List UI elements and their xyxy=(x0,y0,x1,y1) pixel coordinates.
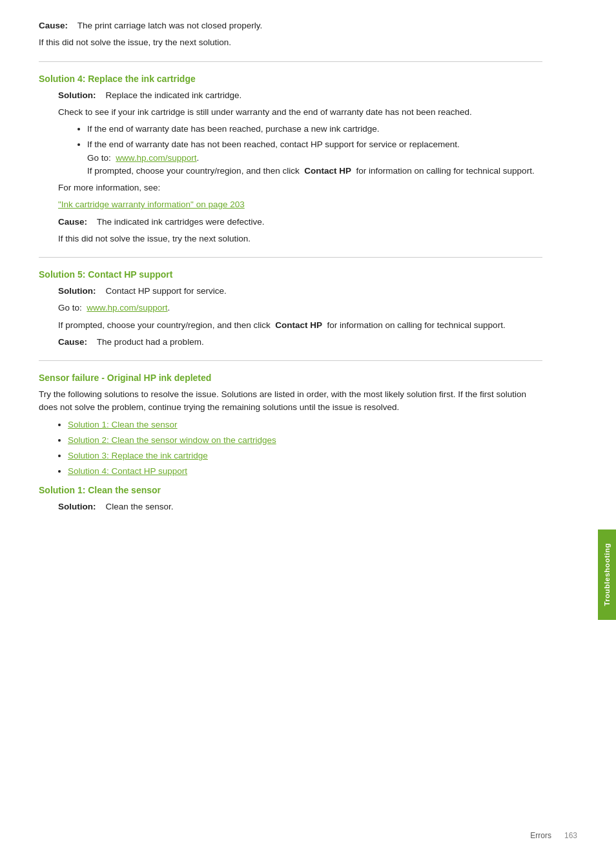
sensor-failure-toc: Solution 1: Clean the sensor Solution 2:… xyxy=(68,418,542,478)
solution4-heading: Solution 4: Replace the ink cartridge xyxy=(39,74,542,84)
solution4-followup: If this did not solve the issue, try the… xyxy=(58,232,542,245)
solution5-prompt: If prompted, choose your country/region,… xyxy=(58,319,542,332)
toc-link-4[interactable]: Solution 4: Contact HP support xyxy=(68,466,187,476)
solution5-solution-label: Solution: xyxy=(58,286,96,296)
solution1-sensor-label: Solution: xyxy=(58,502,96,511)
toc-item-4: Solution 4: Contact HP support xyxy=(68,465,542,478)
solution1-sensor-section: Solution 1: Clean the sensor Solution: C… xyxy=(39,485,542,513)
solution4-info-link[interactable]: "Ink cartridge warranty information" on … xyxy=(58,200,245,209)
solution1-sensor-line: Solution: Clean the sensor. xyxy=(58,500,542,513)
solution5-goto-link[interactable]: www.hp.com/support xyxy=(87,303,167,313)
page-container: Cause: The print carriage latch was not … xyxy=(0,0,581,559)
toc-item-1: Solution 1: Clean the sensor xyxy=(68,418,542,431)
sensor-failure-intro: Try the following solutions to resolve t… xyxy=(39,388,542,415)
solution5-cause: Cause: The product had a problem. xyxy=(58,336,542,349)
followup-top: If this did not solve the issue, try the… xyxy=(39,36,542,49)
sensor-failure-heading: Sensor failure - Original HP ink deplete… xyxy=(39,373,542,383)
solution4-bullet-2: If the end of warranty date has not been… xyxy=(87,138,542,178)
solution5-solution-line: Solution: Contact HP support for service… xyxy=(58,285,542,298)
solution4-goto-link[interactable]: www.hp.com/support xyxy=(116,153,196,163)
solution4-solution-text: Replace the indicated ink cartridge. xyxy=(106,90,242,100)
solution1-sensor-heading: Solution 1: Clean the sensor xyxy=(39,485,542,495)
divider-2 xyxy=(39,257,542,258)
solution4-solution-line: Solution: Replace the indicated ink cart… xyxy=(58,89,542,102)
solution4-cause-text: The indicated ink cartridges were defect… xyxy=(97,217,265,227)
solution5-solution-text: Contact HP support for service. xyxy=(106,286,227,296)
toc-link-3[interactable]: Solution 3: Replace the ink cartridge xyxy=(68,451,208,460)
divider-1 xyxy=(39,61,542,62)
toc-link-2[interactable]: Solution 2: Clean the sensor window on t… xyxy=(68,435,276,445)
footer-page-number: 163 xyxy=(564,831,577,840)
solution5-heading: Solution 5: Contact HP support xyxy=(39,269,542,280)
solution4-cause: Cause: The indicated ink cartridges were… xyxy=(58,216,542,229)
toc-link-1[interactable]: Solution 1: Clean the sensor xyxy=(68,420,178,429)
solution4-body-p1: Check to see if your ink cartridge is st… xyxy=(58,106,542,119)
toc-item-2: Solution 2: Clean the sensor window on t… xyxy=(68,434,542,447)
solution4-prompt: If prompted, choose your country/region,… xyxy=(87,166,535,176)
solution4-bullets: If the end of warranty date has been rea… xyxy=(87,123,542,178)
solution4-cause-label: Cause: xyxy=(58,217,87,227)
solution4-more-info-label: For more information, see: xyxy=(58,181,542,194)
footer-bar: Errors 163 xyxy=(530,831,577,840)
side-tab: Troubleshooting xyxy=(598,529,616,620)
cause-block-top: Cause: The print carriage latch was not … xyxy=(39,19,542,50)
solution5-cause-text: The product had a problem. xyxy=(97,337,204,347)
toc-item-3: Solution 3: Replace the ink cartridge xyxy=(68,449,542,462)
cause-paragraph-top: Cause: The print carriage latch was not … xyxy=(39,19,542,32)
solution1-sensor-body: Solution: Clean the sensor. xyxy=(58,500,542,513)
sensor-failure-section: Sensor failure - Original HP ink deplete… xyxy=(39,373,542,478)
solution4-section: Solution 4: Replace the ink cartridge So… xyxy=(39,74,542,246)
solution4-more-info-link: "Ink cartridge warranty information" on … xyxy=(58,198,542,211)
divider-3 xyxy=(39,360,542,361)
solution5-cause-label: Cause: xyxy=(58,337,87,347)
cause-label-top: Cause: xyxy=(39,21,68,30)
solution4-bullet-1: If the end of warranty date has been rea… xyxy=(87,123,542,136)
solution4-solution-label: Solution: xyxy=(58,90,96,100)
footer-section-label: Errors xyxy=(530,831,551,840)
solution1-sensor-text: Clean the sensor. xyxy=(106,502,174,511)
solution5-section: Solution 5: Contact HP support Solution:… xyxy=(39,269,542,349)
cause-text-top: The print carriage latch was not closed … xyxy=(77,21,262,30)
solution5-body: Solution: Contact HP support for service… xyxy=(58,285,542,349)
side-tab-label: Troubleshooting xyxy=(603,543,611,606)
solution5-goto: Go to: www.hp.com/support. xyxy=(58,302,542,314)
solution4-body: Solution: Replace the indicated ink cart… xyxy=(58,89,542,246)
solution4-goto: Go to: www.hp.com/support. xyxy=(87,153,199,163)
